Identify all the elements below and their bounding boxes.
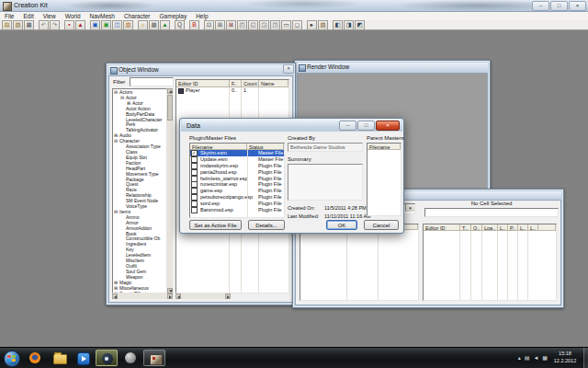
column-header[interactable]: Editor ID	[424, 224, 460, 231]
column-header[interactable]: Filename	[368, 144, 401, 150]
object-row-player[interactable]: Player 0.. 1	[176, 87, 288, 94]
taskbar-clock[interactable]: 15:18 12.2.2012	[549, 350, 581, 364]
column-header[interactable]: L..	[518, 224, 528, 231]
coord-side-icon[interactable]: ◲	[259, 20, 269, 30]
list-horizontal-scrollbar[interactable]	[175, 293, 231, 299]
column-header[interactable]: Count	[242, 80, 259, 87]
globe-app-icon[interactable]	[119, 350, 141, 366]
column-header[interactable]: L..	[498, 224, 508, 231]
water-icon[interactable]: ◫	[112, 20, 122, 30]
toolbar-icon[interactable]	[86, 21, 89, 29]
dialogue-icon[interactable]: Q	[175, 20, 185, 30]
file-row[interactable]: ✓ Skyrim.esm Master File	[190, 150, 284, 156]
scroll-thumb[interactable]	[167, 95, 173, 121]
column-header[interactable]: F..	[230, 80, 242, 87]
file-row[interactable]: helmless_warrior.esp Plugin File	[190, 176, 284, 182]
column-header[interactable]	[538, 224, 556, 231]
snap-grid-icon[interactable]: ⊞	[215, 20, 225, 30]
cell-object-list[interactable]: Editor IDT..O..Loa..L..P..L..L..	[423, 224, 557, 301]
landscape-icon[interactable]: ▣	[101, 20, 111, 30]
world-icon[interactable]: ▣	[90, 20, 100, 30]
filter-c-icon[interactable]: ◩	[355, 20, 365, 30]
run-icon[interactable]: ▸	[307, 20, 317, 30]
cell-list[interactable]	[300, 224, 419, 301]
column-header[interactable]: Loa..	[482, 224, 498, 231]
minimize-icon[interactable]: –	[532, 1, 549, 11]
file-row[interactable]: panta2hood.esp Plugin File	[190, 169, 284, 176]
network-icon[interactable]: ▤	[525, 348, 530, 368]
scroll-left-icon[interactable]	[175, 293, 181, 299]
column-header[interactable]: T..	[460, 224, 471, 231]
undo-icon[interactable]: ↶	[39, 20, 49, 30]
object-window-close-icon[interactable]: ×	[283, 64, 294, 74]
volume-icon[interactable]: ◄	[533, 348, 538, 368]
hazard-icon[interactable]: ▲	[75, 20, 85, 30]
select-icon[interactable]: ◻	[292, 20, 302, 30]
filter-a-icon[interactable]: ◧	[333, 20, 343, 30]
tree-horizontal-scrollbar[interactable]	[112, 293, 173, 299]
redo-icon[interactable]: ↷	[50, 20, 60, 30]
file-checkbox[interactable]	[191, 207, 198, 213]
grid-icon[interactable]: ⊡	[204, 20, 214, 30]
column-header[interactable]: Filename	[190, 144, 247, 150]
toolbar-icon[interactable]	[35, 21, 38, 29]
camera-icon[interactable]: ◳	[270, 20, 280, 30]
file-row[interactable]: sord.esp Plugin File	[190, 201, 284, 207]
column-header[interactable]: P..	[508, 224, 518, 231]
cell-filter-input[interactable]	[424, 208, 559, 217]
scroll-right-icon[interactable]	[225, 293, 231, 299]
file-row[interactable]: Update.esm Master File	[190, 156, 284, 163]
filter-input[interactable]	[130, 77, 174, 86]
scroll-right-icon[interactable]	[167, 293, 173, 299]
hidden-icons-icon[interactable]: ▴	[518, 348, 521, 368]
file-row[interactable]: midasskyrim.esp Plugin File	[190, 163, 284, 169]
start-button[interactable]	[4, 351, 20, 367]
close-icon[interactable]: ×	[569, 1, 586, 11]
marker-icon[interactable]: ▪	[64, 20, 74, 30]
restore-icon[interactable]: □	[357, 121, 375, 131]
cancel-button[interactable]: Cancel	[364, 220, 399, 230]
toolbar-icon[interactable]	[186, 21, 188, 29]
media-player-icon[interactable]	[72, 350, 94, 366]
steam-icon[interactable]	[96, 350, 118, 366]
coord-front-icon[interactable]: ◱	[248, 20, 258, 30]
main-titlebar[interactable]: Creation Kit – □ ×	[0, 0, 588, 12]
render-window-titlebar[interactable]: Render Window	[297, 63, 488, 72]
scroll-left-icon[interactable]	[112, 293, 118, 299]
restore-icon[interactable]: □	[550, 1, 568, 11]
file-row[interactable]: petsuborecolpango.esp Plugin File	[190, 194, 284, 201]
column-header[interactable]: Editor ID	[176, 80, 230, 87]
show-desktop-button[interactable]	[583, 348, 588, 368]
firefox-icon[interactable]	[24, 350, 46, 366]
explorer-icon[interactable]	[48, 350, 70, 366]
trees-icon[interactable]: ▲	[160, 20, 170, 30]
display-icon[interactable]: ▦	[542, 348, 548, 368]
open-icon[interactable]: ▧	[13, 20, 23, 30]
toolbar-icon[interactable]	[329, 21, 332, 29]
toolbar-icon[interactable]	[134, 21, 137, 29]
chevron-down-icon[interactable]: ▾	[405, 204, 414, 212]
navmesh-icon[interactable]: B	[189, 20, 199, 30]
tree-vertical-scrollbar[interactable]	[167, 88, 173, 293]
set-active-file-button[interactable]: Set as Active File	[189, 220, 242, 230]
new-icon[interactable]: ▤	[2, 20, 12, 30]
object-window-titlebar[interactable]: Object Window	[108, 65, 293, 75]
toolbar-icon[interactable]	[171, 21, 174, 29]
scroll-up-icon[interactable]	[167, 88, 173, 94]
scale-icon[interactable]: ▭	[281, 20, 291, 30]
fog-icon[interactable]: ▩	[149, 20, 159, 30]
file-row[interactable]: game.esp Plugin File	[190, 188, 284, 194]
column-header[interactable]: O..	[471, 224, 482, 231]
column-header[interactable]: L..	[528, 224, 538, 231]
snap-angle-icon[interactable]: ⊠	[226, 20, 236, 30]
toolbar-icon[interactable]	[303, 21, 306, 29]
column-header[interactable]: Status	[247, 144, 284, 150]
ok-button[interactable]: OK	[326, 220, 357, 230]
toolbar-icon[interactable]	[200, 21, 203, 29]
file-row[interactable]: runescimitar.esp Plugin File	[190, 181, 284, 188]
light-icon[interactable]: ☼	[138, 20, 148, 30]
toolbar-icon[interactable]	[61, 21, 63, 29]
summary-field[interactable]	[288, 164, 363, 201]
hammer-icon[interactable]: ▨	[318, 20, 328, 30]
minimize-icon[interactable]: –	[339, 121, 356, 131]
